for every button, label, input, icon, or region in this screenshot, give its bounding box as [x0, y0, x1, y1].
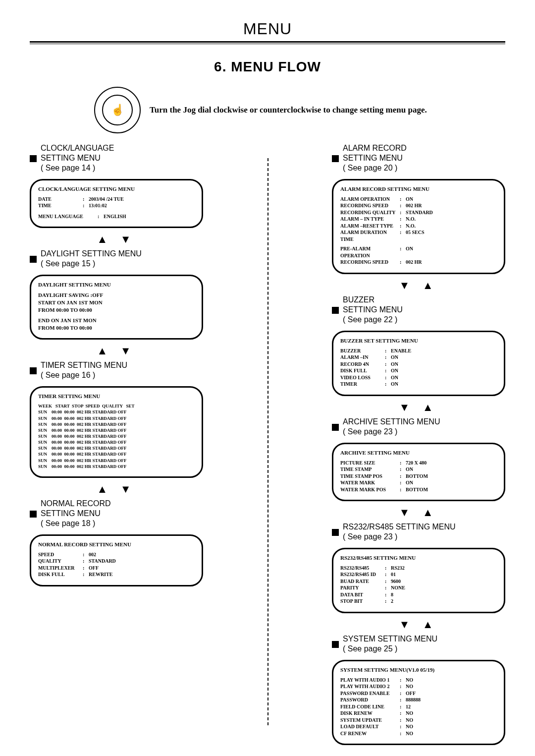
bullet-icon: [30, 256, 37, 263]
clock-label-text: CLOCK/LANGUAGE SETTING MENU ( See page 1…: [41, 143, 114, 173]
normal-label: NORMAL RECORD SETTING MENU ( See page 18…: [30, 499, 203, 528]
v: 12: [406, 703, 411, 710]
line: FROM 00:00 TO 00:00: [38, 306, 195, 314]
bullet-icon: [30, 367, 37, 374]
line: START ON JAN 1ST MON: [38, 299, 195, 306]
bullet-icon: [30, 511, 37, 518]
clock-panel-title: CLOCK/LANGUAGE SETTING MENU: [38, 185, 195, 193]
alarm-label-text: ALARM RECORD SETTING MENU ( See page 20 …: [343, 143, 407, 173]
center-connector: [268, 158, 268, 725]
arrows-icon: ▲ ▼: [30, 482, 203, 495]
arrows-icon: ▼ ▲: [332, 505, 505, 518]
v: NO: [406, 730, 413, 737]
v: NO: [406, 717, 413, 724]
v: NO: [406, 723, 413, 730]
archive-label-text: ARCHIVE SETTING MENU ( See page 23 ): [343, 417, 440, 437]
k: DATE: [38, 196, 83, 203]
k: VIDEO LOSS: [340, 374, 385, 381]
clock-label: CLOCK/LANGUAGE SETTING MENU ( See page 1…: [30, 143, 203, 173]
v: 002 HR: [406, 202, 422, 209]
intro-text: Turn the Jog dial clockwise or countercl…: [150, 105, 427, 115]
bullet-icon: [332, 307, 339, 314]
v: STANDARD: [89, 558, 116, 565]
v: STANDARD: [406, 209, 433, 216]
system-panel: SYSTEM SETTING MENU(V1.0 05/19) PLAY WIT…: [332, 660, 505, 745]
v: ON: [391, 367, 398, 374]
arrows-icon: ▼ ▲: [332, 278, 505, 291]
timer-row: SUN 00:00 00:00 002 HR STABDARD OFF: [38, 464, 195, 469]
daylight-label: DAYLIGHT SETTING MENU ( See page 15 ): [30, 249, 203, 269]
v: NO: [406, 683, 413, 690]
timer-row: SUN 00:00 00:00 002 HR STABDARD OFF: [38, 433, 195, 439]
bullet-icon: [332, 641, 339, 648]
alarm-panel: ALARM RECORD SETTING MENU ALARM OPERATIO…: [332, 179, 505, 274]
timer-header: WEEK START STOP SPEED QUALITY SET: [38, 403, 195, 409]
k: MENU LANGUAGE: [38, 213, 98, 220]
k: SPEED: [38, 551, 83, 558]
k: BUAD RATE: [340, 578, 385, 585]
jog-dial-icon: ☝: [94, 87, 141, 133]
k: ALARM – IN TYPE: [340, 216, 400, 223]
flow-diagram: CLOCK/LANGUAGE SETTING MENU ( See page 1…: [30, 143, 505, 745]
v: 05 SECS: [406, 229, 425, 242]
k: PICTURE SIZE: [340, 460, 400, 466]
buzzer-label-text: BUZZER SETTING MENU ( See page 22 ): [343, 295, 403, 325]
timer-row: SUN 00:00 00:00 002 HR STABDARD OFF: [38, 445, 195, 451]
v: 888888: [406, 697, 421, 703]
bullet-icon: [30, 155, 37, 162]
archive-panel: ARCHIVE SETTING MENU PICTURE SIZE:720 X …: [332, 443, 505, 501]
v: NO: [406, 710, 413, 717]
panel-title: DAYLIGHT SETTING MENU: [38, 281, 195, 289]
v: ON: [391, 361, 398, 368]
system-label-text: SYSTEM SETTING MENU ( See page 25 ): [343, 634, 437, 654]
k: DATA BIT: [340, 591, 385, 598]
archive-label: ARCHIVE SETTING MENU ( See page 23 ): [332, 417, 505, 437]
v: ON: [406, 479, 413, 486]
v: ON: [391, 374, 398, 381]
v: NO: [406, 677, 413, 684]
k: LOAD DEFAULT: [340, 723, 400, 730]
arrows-icon: ▼ ▲: [332, 617, 505, 630]
right-column: ALARM RECORD SETTING MENU ( See page 20 …: [332, 143, 505, 745]
page-header: MENU: [30, 20, 505, 38]
v: RS232: [391, 565, 405, 572]
v: 01: [391, 571, 396, 578]
k: RECORDING QUALITY: [340, 209, 400, 216]
v: N.O.: [406, 223, 416, 230]
k: ALARM –RESET TYPE: [340, 223, 400, 230]
arrows-icon: ▲ ▼: [30, 232, 203, 245]
v: 2: [391, 598, 393, 605]
k: ALARM DURATION TIME: [340, 229, 400, 242]
k: PASSWORD ENABLE: [340, 690, 400, 697]
panel-title: ALARM RECORD SETTING MENU: [340, 185, 497, 193]
timer-label: TIMER SETTING MENU ( See page 16 ): [30, 360, 203, 380]
v: 13:01:02: [89, 202, 107, 209]
normal-label-text: NORMAL RECORD SETTING MENU ( See page 18…: [41, 499, 111, 528]
k: WATER MARK: [340, 479, 400, 486]
timer-row: SUN 00:00 00:00 002 HR STABDARD OFF: [38, 451, 195, 457]
rule-thick: [30, 41, 505, 43]
k: RS232/RS485 ID: [340, 571, 385, 578]
k: DISK FULL: [38, 571, 83, 578]
v: ENGLISH: [104, 213, 126, 220]
arrows-icon: ▼ ▲: [332, 400, 505, 413]
timer-row: SUN 00:00 00:00 002 HR STABDARD OFF: [38, 458, 195, 464]
daylight-panel: DAYLIGHT SETTING MENU DAYLIGHT SAVING :O…: [30, 275, 203, 340]
k: RECORD 4N: [340, 361, 385, 368]
left-column: CLOCK/LANGUAGE SETTING MENU ( See page 1…: [30, 143, 203, 745]
k: ALARM OPERATION: [340, 196, 400, 203]
bullet-icon: [332, 155, 339, 162]
line: FROM 00:00 TO 00:00: [38, 324, 195, 332]
daylight-label-text: DAYLIGHT SETTING MENU ( See page 15 ): [41, 249, 142, 269]
v: N.O.: [406, 216, 416, 223]
v: 002: [89, 551, 96, 558]
line: DAYLIGHT SAVING :OFF: [38, 291, 195, 299]
k: MULTIPLEXER: [38, 565, 83, 572]
bullet-icon: [332, 529, 339, 536]
k: CF RENEW: [340, 730, 400, 737]
panel-title: BUZZER SET SETTING MENU: [340, 337, 497, 345]
k: STOP BIT: [340, 598, 385, 605]
k: RECORDING SPEED: [340, 259, 400, 266]
k: RECORDING SPEED: [340, 202, 400, 209]
bullet-icon: [332, 424, 339, 431]
